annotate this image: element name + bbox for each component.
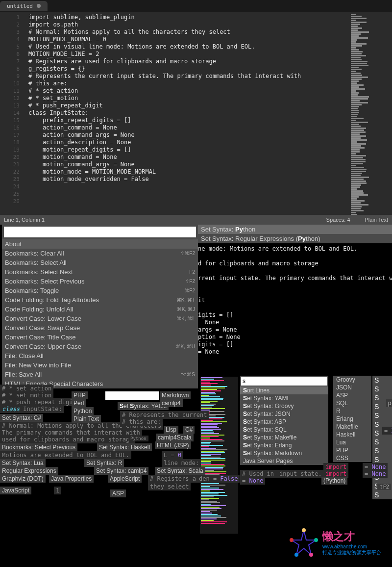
palette-item[interactable]: Convert Case: Title Case (2, 333, 198, 342)
line-gutter: 1234567891011121314151617181920212223242… (0, 12, 24, 215)
frag-markdown[interactable]: Markdown (160, 391, 191, 399)
frag-asp[interactable]: ASP (110, 490, 126, 497)
code-content[interactable]: import sublime, sublime_pluginimport os.… (24, 12, 348, 215)
syntax-item[interactable]: Set Syntax: Regular Expressions (Python) (198, 234, 392, 243)
watermark-logo: 懒之才 www.aizhanzhe.com 打造专业建站资源共享平台 (289, 523, 387, 562)
frag-none2: = None (363, 470, 388, 478)
frag-none3: = None (240, 477, 265, 485)
palette-item[interactable]: File: New View into File (2, 361, 198, 370)
frag-p: p (386, 399, 392, 407)
palette-overlay-area: Set Syntax: PythonSet Syntax: Regular Ex… (0, 225, 392, 567)
frag-python-paren[interactable]: (Python) (321, 477, 347, 485)
frag-camlp4-2[interactable]: camlp4 (160, 399, 183, 407)
palette-item[interactable]: Bookmarks: Select Previous⇧F2 (2, 277, 198, 286)
palette-item[interactable]: About (2, 239, 198, 249)
syntax-item[interactable]: Set Syntax: Python (198, 225, 392, 234)
logo-star-icon (289, 528, 318, 557)
tab-bar: untitled (0, 0, 392, 12)
svg-point-2 (309, 553, 313, 557)
frag-class-input: class InputState: (0, 405, 64, 413)
frag-f2: ⇧F2 (377, 484, 391, 490)
palette-item[interactable]: File: Close All (2, 351, 198, 361)
palette-item[interactable]: Bookmarks: Select All (2, 258, 198, 267)
frag-registers: # Registers are (148, 475, 205, 483)
frag-php[interactable]: PHP (72, 391, 88, 399)
frag-javascript[interactable]: JavaScript (0, 487, 31, 494)
frag-javaprops[interactable]: Java Properties (49, 475, 94, 483)
frag-set-csharp[interactable]: Set Syntax: C# (0, 414, 43, 422)
command-palette-input[interactable] (4, 227, 196, 237)
minimap[interactable] (348, 12, 392, 215)
palette-item[interactable]: Bookmarks: Select NextF2 (2, 267, 198, 277)
frag-camlscala[interactable]: camlp4Scala (156, 434, 194, 441)
status-bar: Line 1, Column 1 Spaces: 4 Plain Text (0, 215, 392, 225)
frag-denfalse: den = False (197, 475, 240, 483)
tab-title: untitled (7, 3, 33, 9)
frag-plaintext[interactable]: Plain Text (72, 415, 101, 423)
frag-perl[interactable]: Perl (72, 399, 86, 407)
command-palette: AboutBookmarks: Clear All⇧⌘F2Bookmarks: … (2, 225, 198, 388)
frag-applescript[interactable]: AppleScript (108, 475, 142, 483)
frag-linemode: line mode: (162, 459, 201, 467)
tab-modified-icon (37, 4, 41, 8)
svg-point-0 (302, 528, 306, 532)
frag-this-are: # this are: (120, 418, 163, 426)
background-code: ne mode: Motions are extended to BOL and… (198, 245, 392, 356)
frag-theyselect: they select (148, 483, 191, 490)
frag-clipboard: used for clipboards and macro storage (0, 436, 135, 443)
frag-scala[interactable]: Set Syntax: Scala (155, 467, 205, 475)
status-spaces[interactable]: Spaces: 4 (326, 217, 350, 223)
svg-point-4 (290, 538, 294, 542)
frag-r[interactable]: Set Syntax: R (84, 459, 124, 467)
syntax-palette: Set Syntax: PythonSet Syntax: Regular Ex… (198, 225, 392, 243)
frag-csharp[interactable]: C# (183, 426, 195, 434)
frag-graphviz[interactable]: Graphviz (DOT) (0, 475, 46, 483)
status-syntax[interactable]: Plain Text (365, 217, 389, 223)
tab-untitled[interactable]: untitled (0, 1, 48, 11)
frag-extended: Motions are extended to BOL and EOL. (0, 451, 131, 459)
svg-point-3 (294, 553, 298, 557)
palette-item[interactable]: Bookmarks: Clear All⇧⌘F2 (2, 249, 198, 258)
palette-item[interactable]: Bookmarks: Toggle⌘F2 (2, 286, 198, 295)
status-position: Line 1, Column 1 (4, 217, 326, 223)
frag-one: 1 (54, 487, 61, 494)
logo-text: 懒之才 (322, 529, 381, 544)
frag-input-box[interactable] (105, 391, 159, 400)
frag-python-tag: Python (128, 436, 148, 441)
palette-item[interactable]: Code Folding: Unfold All⌘K, ⌘J (2, 305, 198, 314)
frag-l-zero: L = 0 (162, 451, 183, 459)
frag-lisp[interactable]: Lisp (164, 426, 178, 434)
logo-sub: 打造专业建站资源共享平台 (322, 549, 381, 556)
frag-python[interactable]: Python (72, 407, 94, 415)
frag-eq2: = 2 (382, 427, 392, 435)
frag-select-prev[interactable]: Bookmarks: Select Previous (0, 443, 77, 451)
palette-item[interactable]: Convert Case: Swap Case (2, 323, 198, 333)
svg-point-1 (314, 538, 318, 542)
frag-html-jsp[interactable]: HTML (JSP) (155, 441, 191, 449)
frag-haskell[interactable]: Set Syntax: Haskell (97, 443, 152, 451)
frag-input-state: input state. (277, 470, 324, 478)
frag-camlp4[interactable]: Set Syntax: camlp4 (94, 467, 148, 475)
palette-item[interactable]: Convert Case: Lower Case⌘K, ⌘L (2, 314, 198, 323)
frag-regex[interactable]: Regular Expressions (0, 467, 58, 475)
logo-url: www.aizhanzhe.com (322, 544, 381, 549)
palette-item[interactable]: Convert Case: Upper Case⌘K, ⌘U (2, 342, 198, 351)
palette-item[interactable]: Code Folding: Fold Tag Attributes⌘K, ⌘T (2, 295, 198, 305)
code-editor[interactable]: 1234567891011121314151617181920212223242… (0, 12, 392, 215)
frag-lua[interactable]: Set Syntax: Lua (0, 459, 46, 467)
